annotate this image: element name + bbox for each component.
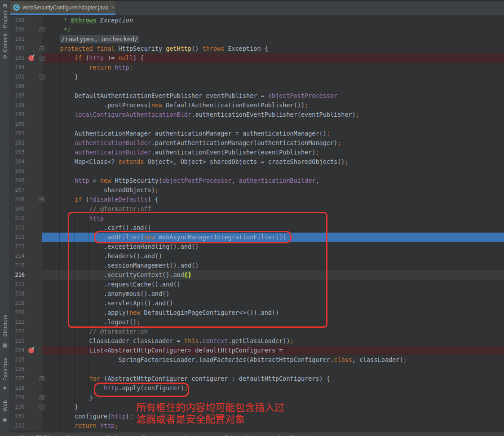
- gutter-cell[interactable]: 226: [9, 365, 42, 374]
- tool-window-button-project[interactable]: Project: [0, 11, 9, 30]
- code-line-204[interactable]: 204 Map<Class<? extends Object>, Object>…: [9, 157, 504, 167]
- tool-window-button-web[interactable]: Web: [0, 400, 9, 413]
- code-line-223[interactable]: 223 ClassLoader classLoader = this.conte…: [9, 336, 504, 346]
- favorites-star-icon[interactable]: ★: [0, 385, 9, 391]
- code-line-195[interactable]: 195− }: [9, 72, 504, 82]
- gutter-cell[interactable]: 215: [9, 261, 42, 270]
- code-line-189[interactable]: 189 * @throws Exception: [9, 16, 504, 25]
- code-line-212[interactable]: 212 .addFilter(new WebAsyncManagerIntegr…: [9, 233, 504, 242]
- gutter-cell[interactable]: 218: [9, 289, 42, 299]
- gutter-cell[interactable]: 198: [9, 101, 42, 110]
- fold-marker-icon[interactable]: −: [40, 395, 44, 400]
- fold-marker-icon[interactable]: −: [40, 405, 44, 410]
- gutter-cell[interactable]: 200: [9, 119, 42, 129]
- gutter-cell[interactable]: 220: [9, 308, 42, 317]
- gutter-cell[interactable]: 197: [9, 91, 42, 101]
- code-line-201[interactable]: 201 AuthenticationManager authentication…: [9, 129, 504, 138]
- gutter-cell[interactable]: 224: [9, 346, 42, 355]
- gutter-cell[interactable]: 211: [9, 223, 42, 233]
- code-line-210[interactable]: 210 http: [9, 214, 504, 223]
- code-line-216[interactable]: 216 .securityContext().and(): [9, 270, 504, 280]
- breakpoint-verified-icon[interactable]: [28, 55, 34, 61]
- gutter-cell[interactable]: 230−: [9, 402, 42, 412]
- gutter-cell[interactable]: 205: [9, 167, 42, 176]
- code-line-197[interactable]: 197 DefaultAuthenticationEventPublisher …: [9, 91, 504, 101]
- gutter-cell[interactable]: 222: [9, 327, 42, 336]
- code-line-191[interactable]: 191 /rawtypes, unchecked/: [9, 35, 504, 44]
- gutter-cell[interactable]: 203: [9, 148, 42, 157]
- code-line-228[interactable]: 228 http.apply(configurer);: [9, 383, 504, 393]
- breakpoint-verified-icon[interactable]: [28, 348, 34, 353]
- code-line-209[interactable]: 209 // @formatter:off: [9, 204, 504, 214]
- fold-marker-icon[interactable]: −: [40, 56, 44, 61]
- gutter-cell[interactable]: 223: [9, 336, 42, 346]
- code-line-227[interactable]: 227− for (AbstractHttpConfigurer configu…: [9, 374, 504, 383]
- tool-window-button-structure[interactable]: Structure: [0, 314, 9, 339]
- fold-marker-icon[interactable]: −: [40, 27, 44, 32]
- code-line-218[interactable]: 218 .anonymous().and(): [9, 289, 504, 299]
- gutter-cell[interactable]: 196: [9, 82, 42, 91]
- gutter-cell[interactable]: 199: [9, 110, 42, 119]
- code-line-229[interactable]: 229− }: [9, 393, 504, 402]
- gutter-cell[interactable]: 232: [9, 421, 42, 431]
- fold-marker-icon[interactable]: −: [40, 376, 44, 381]
- code-line-190[interactable]: 190− */: [9, 25, 504, 35]
- code-line-217[interactable]: 217 .requestCache().and(): [9, 280, 504, 289]
- code-line-220[interactable]: 220 .apply(new DefaultLoginPageConfigure…: [9, 308, 504, 317]
- gutter-cell[interactable]: 212: [9, 233, 42, 242]
- fold-marker-icon[interactable]: −: [40, 46, 44, 51]
- code-line-214[interactable]: 214 .headers().and(): [9, 251, 504, 261]
- code-line-205[interactable]: 205: [9, 167, 504, 176]
- gutter-cell[interactable]: 227−: [9, 374, 42, 383]
- gutter-cell[interactable]: 213: [9, 242, 42, 251]
- code-line-199[interactable]: 199 localConfigureAuthenticationBldr.aut…: [9, 110, 504, 119]
- tool-window-button-favorites[interactable]: Favorites: [0, 358, 9, 383]
- gutter-cell[interactable]: 191: [9, 35, 42, 44]
- gutter-cell[interactable]: 189: [9, 16, 42, 25]
- code-line-194[interactable]: 194 return http;: [9, 63, 504, 72]
- gutter-cell[interactable]: 217: [9, 280, 42, 289]
- gutter-cell[interactable]: 190−: [9, 25, 42, 35]
- gutter-cell[interactable]: 231: [9, 412, 42, 421]
- code-line-207[interactable]: 207 sharedObjects);: [9, 185, 504, 195]
- code-line-222[interactable]: 222 // @formatter:on: [9, 327, 504, 336]
- code-line-208[interactable]: 208− if (!disableDefaults) {: [9, 195, 504, 204]
- code-line-224[interactable]: 224 List<AbstractHttpConfigurer> default…: [9, 346, 504, 355]
- gutter-cell[interactable]: 207: [9, 185, 42, 195]
- code-line-198[interactable]: 198 .postProcess(new DefaultAuthenticati…: [9, 101, 504, 110]
- code-line-192[interactable]: 192− protected final HttpSecurity getHtt…: [9, 44, 504, 53]
- commit-icon[interactable]: ◎: [0, 54, 9, 60]
- code-line-226[interactable]: 226: [9, 365, 504, 374]
- gutter-cell[interactable]: 228: [9, 383, 42, 393]
- gutter-cell[interactable]: 201: [9, 129, 42, 138]
- code-line-202[interactable]: 202 authenticationBuilder.parentAuthenti…: [9, 138, 504, 148]
- gutter-cell[interactable]: 192−: [9, 44, 42, 53]
- code-line-213[interactable]: 213 .exceptionHandling().and(): [9, 242, 504, 251]
- fold-marker-icon[interactable]: −: [40, 75, 44, 79]
- gutter-cell[interactable]: 209: [9, 204, 42, 214]
- code-line-211[interactable]: 211 .csrf().and(): [9, 223, 504, 233]
- gutter-cell[interactable]: 210: [9, 214, 42, 223]
- gutter-cell[interactable]: 208−: [9, 195, 42, 204]
- code-line-225[interactable]: 225 SpringFactoriesLoader.loadFactories(…: [9, 355, 504, 365]
- gutter-cell[interactable]: 214: [9, 251, 42, 261]
- editor-tab[interactable]: C WebSecurityConfigurerAdapter.java ×: [9, 1, 115, 13]
- gutter-cell[interactable]: 195−: [9, 72, 42, 82]
- gutter-cell[interactable]: 202: [9, 138, 42, 148]
- fold-marker-icon[interactable]: −: [40, 197, 44, 202]
- code-line-203[interactable]: 203 authenticationBuilder.authentication…: [9, 148, 504, 157]
- code-editor[interactable]: 189 * @throws Exception190− */191 /rawty…: [9, 15, 504, 432]
- gutter-cell[interactable]: 193−: [9, 53, 42, 63]
- code-line-215[interactable]: 215 .sessionManagement().and(): [9, 261, 504, 270]
- code-line-200[interactable]: 200: [9, 119, 504, 129]
- gutter-cell[interactable]: 216: [9, 270, 42, 280]
- code-line-206[interactable]: 206 http = new HttpSecurity(objectPostPr…: [9, 176, 504, 185]
- gutter-cell[interactable]: 206: [9, 176, 42, 185]
- tool-window-button-commit[interactable]: Commit: [0, 33, 9, 54]
- web-globe-icon[interactable]: ◉: [0, 417, 9, 423]
- structure-icon[interactable]: ▦: [0, 342, 9, 348]
- gutter-cell[interactable]: 225: [9, 355, 42, 365]
- gutter-cell[interactable]: 194: [9, 63, 42, 72]
- code-line-219[interactable]: 219 .servletApi().and(): [9, 299, 504, 308]
- project-folder-icon[interactable]: ▤: [0, 3, 9, 9]
